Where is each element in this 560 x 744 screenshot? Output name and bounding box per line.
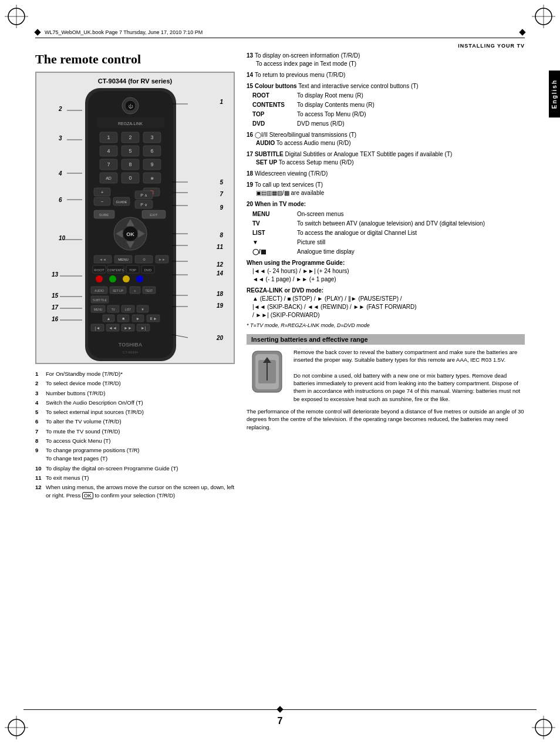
label-16: 16	[52, 316, 58, 322]
svg-text:SUBE: SUBE	[99, 213, 109, 217]
english-tab: English	[549, 70, 560, 117]
svg-text:AUDIO: AUDIO	[95, 289, 104, 292]
battery-image	[247, 348, 288, 396]
svg-text:⏻: ⏻	[128, 104, 133, 109]
svg-text:■: ■	[122, 317, 124, 321]
remote-model: CT-90344 (for RV series)	[41, 78, 229, 85]
main-content: The remote control CT-90344 (for RV seri…	[35, 52, 525, 501]
svg-text:≡: ≡	[134, 289, 136, 292]
battery-section-title: Inserting batteries and effective range	[247, 334, 525, 345]
svg-text:+: +	[101, 190, 104, 195]
svg-text:2: 2	[129, 134, 131, 140]
label-13: 13	[52, 271, 58, 278]
page-title: The remote control	[35, 52, 235, 67]
page-number: 7	[278, 716, 283, 726]
svg-text:⏸►: ⏸►	[149, 317, 157, 321]
label-5: 5	[220, 179, 223, 186]
svg-text:REGZA-LINK: REGZA-LINK	[118, 122, 143, 126]
svg-text:⏺: ⏺	[150, 176, 154, 180]
svg-text:1: 1	[107, 134, 110, 140]
svg-text:►|: ►|	[141, 326, 146, 331]
svg-point-85	[136, 275, 143, 282]
right-item-15: 15 Colour buttons Text and interactive s…	[247, 82, 525, 128]
svg-text:EXIT: EXIT	[150, 213, 158, 217]
label-10: 10	[59, 235, 65, 241]
svg-text:7: 7	[107, 161, 110, 167]
svg-text:SET UP: SET UP	[113, 289, 124, 292]
svg-text:OK: OK	[126, 231, 134, 237]
label-6: 6	[59, 197, 62, 203]
label-2: 2	[59, 106, 62, 112]
corner-mark-tl	[5, 5, 28, 28]
header: WL75_WebOM_UK.book Page 7 Thursday, June…	[35, 29, 525, 38]
svg-text:9: 9	[150, 161, 153, 167]
bottom-line	[23, 709, 537, 715]
label-3: 3	[59, 135, 62, 142]
svg-text:|◄: |◄	[95, 326, 100, 331]
svg-text:8: 8	[129, 161, 131, 167]
list-item: 4 Switch the Audio Description On/Off (T…	[35, 399, 235, 407]
right-item-13: 13 To display on-screen information (T/R…	[247, 52, 525, 68]
svg-text:5: 5	[129, 148, 131, 154]
corner-mark-tr	[532, 5, 555, 28]
list-item: 6 To alter the TV volume (T/R/D)	[35, 418, 235, 426]
svg-text:◄◄: ◄◄	[99, 258, 106, 261]
remote-svg: ⏻ REGZA-LINK 1 2 3 4	[73, 88, 188, 362]
svg-text:0: 0	[129, 175, 131, 181]
right-item-16: 16 ◯I/II Stereo/bilingual transmissions …	[247, 131, 525, 147]
label-14: 14	[217, 270, 223, 277]
label-15: 15	[52, 292, 58, 299]
svg-text:SUBTITLE: SUBTITLE	[93, 298, 107, 302]
svg-text:MENU: MENU	[118, 258, 129, 261]
svg-text:▲: ▲	[107, 317, 111, 321]
right-column: 13 To display on-screen information (T/R…	[247, 52, 525, 501]
label-19: 19	[217, 302, 223, 309]
bottom-diamond	[276, 706, 283, 712]
svg-text:P ∧: P ∧	[140, 193, 147, 197]
corner-mark-br	[532, 716, 555, 739]
header-text: WL75_WebOM_UK.book Page 7 Thursday, June…	[45, 29, 203, 35]
label-17: 17	[52, 304, 58, 311]
header-diamond-right	[519, 29, 525, 35]
svg-text:GUIDE: GUIDE	[116, 200, 127, 204]
programme-guide-section: When using the Programme Guide: |◄◄ (- 2…	[247, 259, 525, 284]
svg-text:⚙: ⚙	[143, 258, 146, 261]
list-item: 1 For On/Standby mode (T/R/D)*	[35, 370, 235, 378]
label-18: 18	[217, 291, 223, 297]
remote-image-area: 2 3 4 6 10 13 15 17 16 1 5 7 9 8 11 12	[41, 88, 229, 358]
label-9: 9	[220, 204, 223, 211]
list-item: 10 To display the digital on-screen Prog…	[35, 464, 235, 473]
svg-text:CT-90344: CT-90344	[123, 351, 139, 354]
label-4: 4	[59, 170, 62, 177]
label-20: 20	[217, 335, 223, 341]
list-item: 11 To exit menus (T)	[35, 474, 235, 482]
list-item: 7 To mute the TV sound (T/R/D)	[35, 427, 235, 436]
svg-text:TOP: TOP	[129, 268, 136, 272]
svg-text:DVD: DVD	[144, 268, 152, 272]
battery-text: Remove the back cover to reveal the batt…	[294, 348, 525, 403]
svg-text:▼: ▼	[141, 308, 144, 311]
svg-point-82	[96, 275, 103, 282]
right-item-14: 14 To return to previous menu (T/R/D)	[247, 71, 525, 79]
battery-range-text: The performance of the remote control wi…	[247, 408, 525, 431]
right-item-17: 17 SUBTITLE Digital Subtitles or Analogu…	[247, 150, 525, 167]
svg-text:TOSHIBA: TOSHIBA	[119, 342, 143, 348]
svg-text:CONTENTS: CONTENTS	[107, 268, 124, 272]
svg-text:LIST: LIST	[125, 308, 131, 311]
svg-text:ROOT: ROOT	[94, 268, 104, 272]
svg-text:6: 6	[150, 148, 153, 154]
battery-content: Remove the back cover to reveal the batt…	[247, 348, 525, 403]
svg-text:P ∨: P ∨	[140, 203, 147, 207]
svg-text:AD: AD	[106, 176, 112, 180]
label-7: 7	[220, 191, 223, 197]
section-header: INSTALLING YOUR TV	[35, 43, 525, 49]
svg-text:◄◄: ◄◄	[109, 326, 117, 330]
footnote: * T=TV mode, R=REGZA-LINK mode, D=DVD mo…	[247, 322, 525, 328]
header-diamond	[34, 29, 41, 35]
label-8-11: 8	[220, 232, 223, 238]
svg-text:−: −	[101, 199, 104, 204]
svg-text:TV: TV	[112, 308, 116, 311]
svg-point-83	[109, 275, 116, 282]
svg-text:MENU: MENU	[94, 308, 103, 311]
list-item: 5 To select external input sources (T/R/…	[35, 408, 235, 416]
